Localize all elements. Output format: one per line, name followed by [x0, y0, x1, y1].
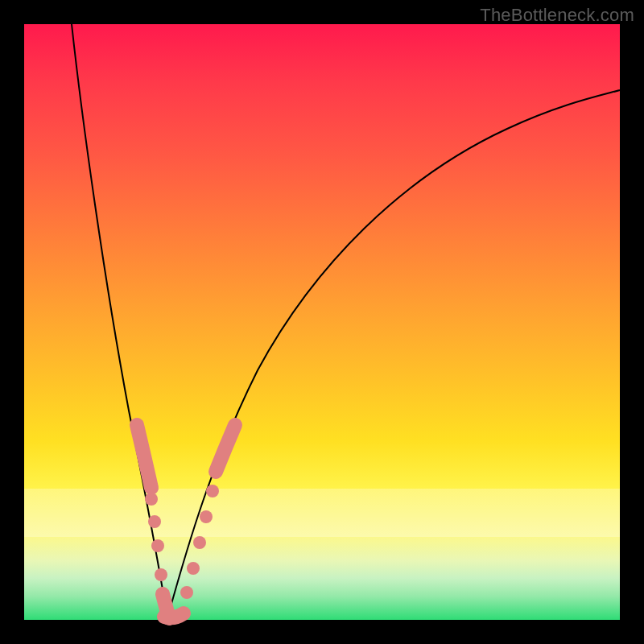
marker-dot	[180, 586, 193, 599]
marker-dot	[137, 446, 150, 459]
plot-area	[24, 24, 620, 620]
marker-dot	[206, 485, 219, 497]
marker-dot	[142, 469, 155, 481]
marker-dot	[148, 515, 161, 528]
marker-dot	[155, 568, 167, 581]
marker-dot	[193, 536, 206, 549]
curve-right-branch	[167, 90, 620, 618]
watermark-text: TheBottleneck.com	[480, 5, 634, 26]
marker-dot	[151, 539, 164, 552]
marker-dot	[187, 562, 200, 575]
marker-dot	[145, 493, 158, 506]
marker-dot	[200, 510, 213, 523]
marker-pill	[216, 425, 235, 472]
chart-frame: TheBottleneck.com	[0, 0, 644, 644]
curve-left-branch	[72, 24, 167, 618]
curve-svg	[24, 24, 620, 620]
marker-pill	[164, 613, 184, 617]
